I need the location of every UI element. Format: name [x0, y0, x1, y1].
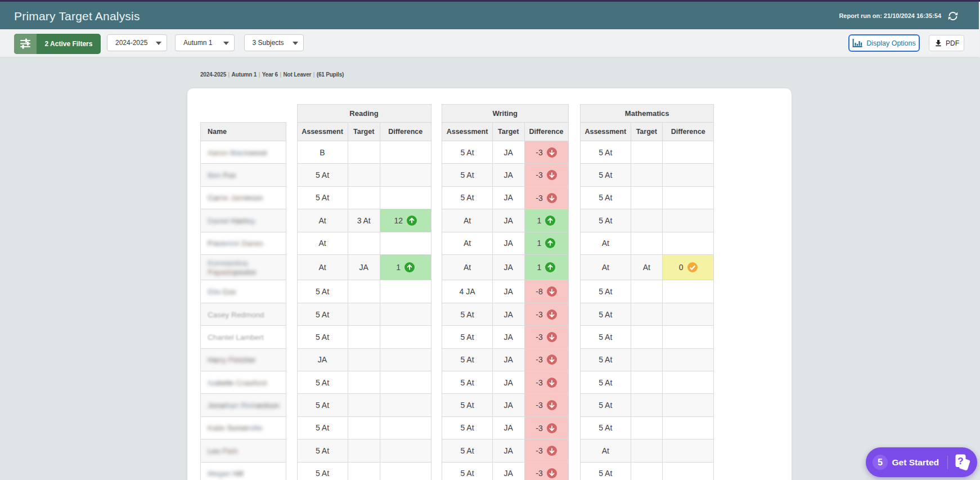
svg-text:?: ? [957, 456, 963, 466]
